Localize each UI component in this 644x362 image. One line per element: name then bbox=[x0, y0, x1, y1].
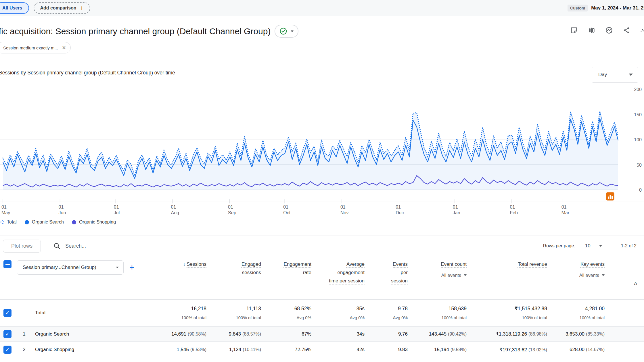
data-quality-badge[interactable] bbox=[275, 25, 298, 38]
all-users-label: All Users bbox=[2, 5, 22, 11]
organic-search-average-engagement-time-per-session: 34s bbox=[318, 331, 371, 337]
organic-search-event-count: 143,445(90.42%) bbox=[415, 331, 474, 337]
row-checkbox-cell: ✓ bbox=[0, 330, 16, 338]
legend-item-organic-shopping[interactable]: Organic Shopping bbox=[72, 219, 116, 225]
organic-search-engagement-rate: 67% bbox=[268, 331, 318, 337]
add-dimension-button[interactable]: + bbox=[129, 263, 135, 272]
svg-text:0: 0 bbox=[639, 188, 642, 192]
organic-search-engaged-sessions: 9,843(88.57%) bbox=[213, 331, 268, 337]
organic-shopping-key-events: 628.00(14.67%) bbox=[554, 347, 612, 353]
column-divider bbox=[156, 256, 156, 358]
table-row-organic-shopping[interactable]: ✓2Organic Shopping1,545(9.53%)1,124(10.1… bbox=[0, 341, 644, 358]
organic-shopping-event-count: 15,194(9.58%) bbox=[415, 347, 474, 353]
svg-text:01: 01 bbox=[1, 205, 7, 209]
row-number: 2 bbox=[16, 347, 32, 353]
organic-search-sessions: 14,691(90.58%) bbox=[156, 331, 213, 337]
annotation-marker[interactable] bbox=[606, 192, 615, 201]
legend-item-total[interactable]: Total bbox=[1, 219, 17, 225]
filter-chip[interactable]: Session medium exactly m... × bbox=[0, 42, 71, 53]
svg-text:100: 100 bbox=[634, 137, 642, 142]
column-sub-filter[interactable]: All events bbox=[554, 272, 605, 279]
svg-text:01: 01 bbox=[114, 205, 119, 209]
total-event-count: 158,639100% of total bbox=[415, 306, 474, 320]
chevron-down-icon bbox=[116, 267, 119, 268]
header-key-events[interactable]: Key eventsAll events bbox=[554, 260, 612, 279]
report-table: Session primary...Channel Group) + ↓Sess… bbox=[0, 256, 644, 358]
total-row-checkbox[interactable]: ✓ bbox=[3, 309, 12, 317]
svg-text:01: 01 bbox=[171, 205, 176, 209]
legend-label: Total bbox=[7, 219, 17, 225]
filter-chip-label: Session medium exactly m... bbox=[3, 45, 58, 50]
note-icon[interactable] bbox=[570, 26, 578, 34]
add-comparison-chip[interactable]: Add comparison + bbox=[34, 2, 90, 14]
organic-search-events-per-session: 9.76 bbox=[371, 331, 415, 337]
svg-text:50: 50 bbox=[637, 163, 642, 167]
svg-text:May: May bbox=[1, 210, 10, 215]
explore-icon[interactable] bbox=[640, 26, 644, 34]
legend-label: Organic Shopping bbox=[79, 219, 116, 225]
granularity-dropdown[interactable]: Day bbox=[592, 67, 638, 83]
total-row-label: Total bbox=[32, 310, 156, 316]
svg-text:01: 01 bbox=[283, 205, 288, 209]
report-title-row: fic acquisition: Session primary channel… bbox=[0, 25, 298, 38]
sort-desc-icon[interactable]: ↓ bbox=[183, 261, 186, 267]
svg-text:Oct: Oct bbox=[283, 210, 290, 215]
organic-search-total-revenue: ₹1,318,119.26(86.98%) bbox=[474, 331, 554, 337]
organic-shopping-engaged-sessions: 1,124(10.11%) bbox=[213, 347, 268, 353]
select-all-checkbox[interactable] bbox=[3, 260, 12, 268]
organic-search-key-events: 3,653.00(85.33%) bbox=[554, 331, 612, 337]
header-engagement-rate[interactable]: Engagement rate bbox=[268, 260, 318, 277]
row-checkbox[interactable]: ✓ bbox=[3, 346, 12, 354]
badge-caret-icon bbox=[291, 30, 294, 32]
column-sub-filter[interactable]: All events bbox=[415, 272, 467, 279]
legend-item-organic-search[interactable]: Organic Search bbox=[25, 219, 64, 225]
organic-shopping-average-engagement-time-per-session: 42s bbox=[318, 347, 371, 353]
header-events-per-session[interactable]: Events per session bbox=[371, 260, 415, 285]
header-average-engagement-time-per-session[interactable]: Average engagement time per session bbox=[318, 260, 371, 285]
date-range-picker[interactable]: Custom May 1, 2024 - Mar 31, 20 bbox=[568, 5, 644, 11]
header-total-revenue[interactable]: Total revenue bbox=[474, 260, 554, 269]
dimension-dropdown-value: Session primary...Channel Group) bbox=[23, 265, 96, 270]
header-sessions[interactable]: ↓Sessions bbox=[156, 260, 213, 269]
total-checkbox-cell: ✓ bbox=[0, 309, 16, 317]
plot-rows-button[interactable]: Plot rows bbox=[3, 240, 41, 253]
total-key-events: 4,281.00100% of total bbox=[554, 306, 612, 320]
insights-icon[interactable] bbox=[605, 26, 613, 34]
header-partial-column: A bbox=[612, 281, 644, 287]
row-name: Organic Shopping bbox=[32, 347, 156, 353]
search-icon bbox=[53, 242, 61, 250]
comparison-icon[interactable] bbox=[588, 26, 595, 34]
date-range-text: May 1, 2024 - Mar 31, 20 bbox=[591, 5, 644, 11]
close-icon[interactable]: × bbox=[62, 45, 66, 51]
total-events-per-session: 9.78Avg 0% bbox=[371, 306, 415, 320]
pagination-range: 1-2 of 2 bbox=[621, 243, 637, 249]
rows-per-page-label: Rows per page: bbox=[543, 243, 575, 249]
share-icon[interactable] bbox=[623, 26, 630, 34]
chevron-down-icon bbox=[629, 74, 633, 76]
row-name: Organic Search bbox=[32, 331, 156, 337]
header-engaged-sessions[interactable]: Engaged sessions bbox=[213, 260, 268, 277]
chevron-down-icon[interactable] bbox=[599, 245, 602, 247]
table-header-row: Session primary...Channel Group) + ↓Sess… bbox=[0, 256, 644, 299]
table-search[interactable]: Search... bbox=[53, 242, 86, 250]
svg-text:200: 200 bbox=[634, 87, 642, 92]
all-users-chip[interactable]: All Users bbox=[0, 2, 29, 14]
organic-shopping-engagement-rate: 72.75% bbox=[268, 347, 318, 353]
custom-badge: Custom bbox=[568, 5, 588, 11]
total-engaged-sessions: 11,113100% of total bbox=[213, 306, 268, 320]
sessions-time-series-chart[interactable]: 20015010050001May01Jun01Jul01Aug01Sep01O… bbox=[0, 86, 644, 218]
divider bbox=[46, 236, 46, 256]
row-checkbox[interactable]: ✓ bbox=[3, 330, 12, 338]
chart-legend: TotalOrganic SearchOrganic Shopping bbox=[1, 219, 116, 225]
table-row-organic-search[interactable]: ✓1Organic Search14,691(90.58%)9,843(88.5… bbox=[0, 326, 644, 341]
top-bar: All Users Add comparison + Custom May 1,… bbox=[0, 0, 644, 16]
report-actions bbox=[570, 26, 644, 34]
rows-per-page-value[interactable]: 10 bbox=[585, 243, 591, 249]
svg-text:01: 01 bbox=[561, 205, 567, 209]
plus-icon: + bbox=[80, 4, 84, 12]
svg-text:Jul: Jul bbox=[114, 210, 120, 215]
dimension-dropdown[interactable]: Session primary...Channel Group) bbox=[17, 260, 124, 275]
header-event-count[interactable]: Event countAll events bbox=[415, 260, 474, 279]
pagination-controls: Rows per page: 10 1-2 of 2 bbox=[543, 243, 637, 249]
add-comparison-label: Add comparison bbox=[40, 5, 76, 11]
